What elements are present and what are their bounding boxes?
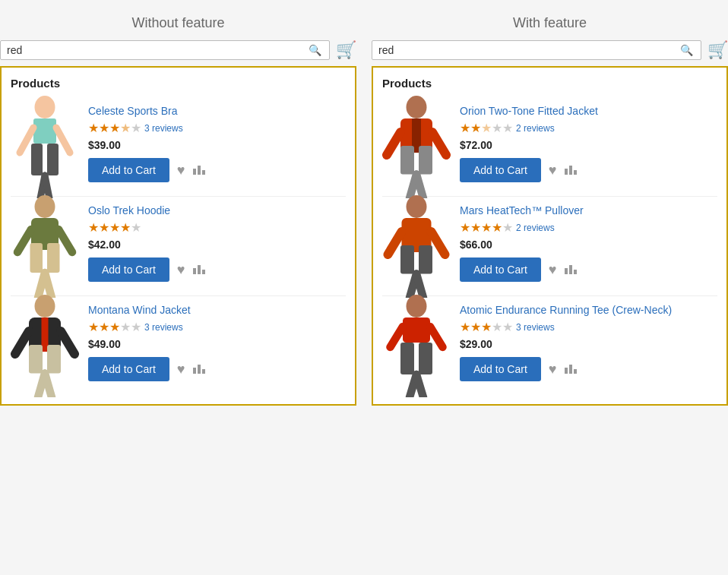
left-product-3-price: $49.00 [88, 338, 346, 350]
right-search-bar: 🔍 🛒 [372, 40, 728, 60]
right-product-3-image [382, 304, 451, 387]
right-search-wrapper[interactable]: 🔍 [372, 40, 701, 60]
svg-point-16 [35, 295, 55, 318]
right-product-3-info: Atomic Endurance Running Tee (Crew-Neck)… [460, 304, 717, 381]
svg-rect-20 [47, 345, 61, 374]
svg-rect-45 [419, 343, 432, 374]
left-product-3-wishlist-icon[interactable]: ♥ [177, 362, 185, 378]
right-product-2-stars: ★ ★ ★ ★ ★ [460, 220, 513, 235]
right-product-2-name[interactable]: Mars HeatTech™ Pullover [460, 204, 717, 216]
svg-line-22 [45, 373, 52, 397]
right-product-3: Atomic Endurance Running Tee (Crew-Neck)… [382, 296, 717, 395]
left-product-1-name[interactable]: Celeste Sports Bra [88, 105, 346, 117]
right-product-1-compare-icon[interactable] [565, 166, 577, 175]
svg-rect-29 [419, 146, 432, 175]
left-product-3-name[interactable]: Montana Wind Jacket [88, 304, 346, 316]
left-product-1: Celeste Sports Bra ★ ★ ★ ★ ★ 3 reviews $… [11, 97, 346, 197]
left-cart-icon[interactable]: 🛒 [336, 40, 356, 60]
svg-line-14 [17, 229, 31, 252]
right-product-3-compare-icon[interactable] [565, 365, 577, 374]
left-product-1-stars: ★ ★ ★ ★ ★ [88, 121, 141, 135]
svg-rect-36 [400, 245, 414, 274]
right-product-1-reviews: 2 reviews [516, 123, 555, 134]
right-product-2-add-to-cart[interactable]: Add to Cart [460, 257, 541, 282]
right-product-2-stars-row: ★ ★ ★ ★ ★ 2 reviews [460, 220, 717, 235]
right-product-2-wishlist-icon[interactable]: ♥ [549, 262, 557, 278]
left-product-3-stars: ★ ★ ★ ★ ★ [88, 320, 141, 334]
left-product-2-add-to-cart[interactable]: Add to Cart [88, 257, 169, 282]
left-search-bar: 🔍 🛒 [0, 40, 356, 60]
left-product-3-actions: Add to Cart ♥ [88, 357, 346, 381]
left-product-2-wishlist-icon[interactable]: ♥ [177, 262, 185, 278]
right-product-2-reviews: 2 reviews [516, 223, 555, 233]
left-product-2-info: Oslo Trek Hoodie ★ ★ ★ ★ ★ $42.00 Ad [88, 204, 346, 282]
svg-point-34 [407, 195, 427, 218]
svg-rect-3 [47, 144, 59, 175]
left-search-input[interactable] [7, 44, 307, 56]
right-column: With feature 🔍 🛒 Products [372, 15, 728, 406]
left-product-2-stars: ★ ★ ★ ★ ★ [88, 220, 141, 235]
left-product-3-reviews: 3 reviews [144, 322, 183, 333]
svg-point-42 [407, 295, 427, 318]
right-product-3-price: $29.00 [460, 338, 717, 350]
left-product-1-reviews: 3 reviews [144, 123, 183, 134]
right-products-title: Products [382, 77, 717, 90]
svg-line-24 [61, 331, 74, 354]
left-products-title: Products [11, 77, 346, 90]
left-product-3-add-to-cart[interactable]: Add to Cart [88, 357, 169, 381]
svg-line-47 [416, 374, 423, 397]
left-product-2-compare-icon[interactable] [193, 265, 205, 274]
left-product-2-stars-row: ★ ★ ★ ★ ★ [88, 220, 346, 235]
right-search-button[interactable]: 🔍 [679, 44, 695, 56]
left-product-1-price: $39.00 [88, 139, 346, 151]
right-product-2-compare-icon[interactable] [565, 265, 577, 274]
left-product-1-add-to-cart[interactable]: Add to Cart [88, 158, 169, 182]
left-product-3-image [11, 304, 79, 387]
svg-rect-44 [400, 343, 414, 374]
right-product-1-price: $72.00 [460, 139, 717, 151]
svg-rect-1 [33, 118, 56, 144]
right-product-3-stars: ★ ★ ★ ★ ★ [460, 320, 513, 334]
left-title: Without feature [131, 15, 224, 31]
left-product-3-compare-icon[interactable] [193, 365, 205, 374]
right-product-1-add-to-cart[interactable]: Add to Cart [460, 158, 541, 182]
svg-rect-43 [403, 318, 430, 343]
right-product-1-wishlist-icon[interactable]: ♥ [549, 163, 557, 179]
right-product-1-actions: Add to Cart ♥ [460, 158, 717, 182]
left-product-1-image [11, 105, 79, 188]
right-search-input[interactable] [378, 44, 679, 56]
svg-rect-28 [400, 146, 414, 175]
right-product-1-image [382, 105, 451, 188]
svg-rect-37 [419, 245, 432, 274]
svg-line-32 [387, 132, 400, 155]
svg-point-25 [407, 96, 427, 118]
svg-rect-11 [47, 243, 60, 273]
svg-line-40 [388, 232, 402, 254]
svg-line-33 [432, 132, 446, 155]
right-product-3-reviews: 3 reviews [516, 322, 555, 333]
svg-line-15 [59, 229, 72, 252]
right-product-3-actions: Add to Cart ♥ [460, 357, 717, 381]
svg-point-8 [35, 195, 55, 218]
left-product-3-stars-row: ★ ★ ★ ★ ★ 3 reviews [88, 320, 346, 334]
left-search-wrapper[interactable]: 🔍 [0, 40, 330, 60]
left-product-1-stars-row: ★ ★ ★ ★ ★ 3 reviews [88, 121, 346, 135]
svg-line-41 [432, 232, 445, 254]
right-product-1-stars: ★ ★ ★ ★ ★ [460, 121, 513, 135]
right-product-3-name[interactable]: Atomic Endurance Running Tee (Crew-Neck) [460, 304, 717, 316]
right-product-2-image [382, 204, 451, 288]
left-product-1-wishlist-icon[interactable]: ♥ [177, 163, 185, 179]
left-product-2-price: $42.00 [88, 239, 346, 251]
right-product-2-actions: Add to Cart ♥ [460, 257, 717, 282]
right-product-3-add-to-cart[interactable]: Add to Cart [460, 357, 541, 381]
right-cart-icon[interactable]: 🛒 [707, 40, 728, 60]
right-products-panel: Products [372, 66, 728, 406]
left-search-button[interactable]: 🔍 [307, 44, 323, 56]
right-product-2-info: Mars HeatTech™ Pullover ★ ★ ★ ★ ★ 2 revi… [460, 204, 717, 282]
right-product-3-wishlist-icon[interactable]: ♥ [549, 362, 557, 378]
left-product-1-compare-icon[interactable] [193, 166, 205, 175]
right-product-1-name[interactable]: Orion Two-Tone Fitted Jacket [460, 105, 717, 117]
right-title: With feature [513, 15, 587, 31]
svg-rect-10 [30, 243, 43, 273]
left-product-2-name[interactable]: Oslo Trek Hoodie [88, 204, 346, 216]
